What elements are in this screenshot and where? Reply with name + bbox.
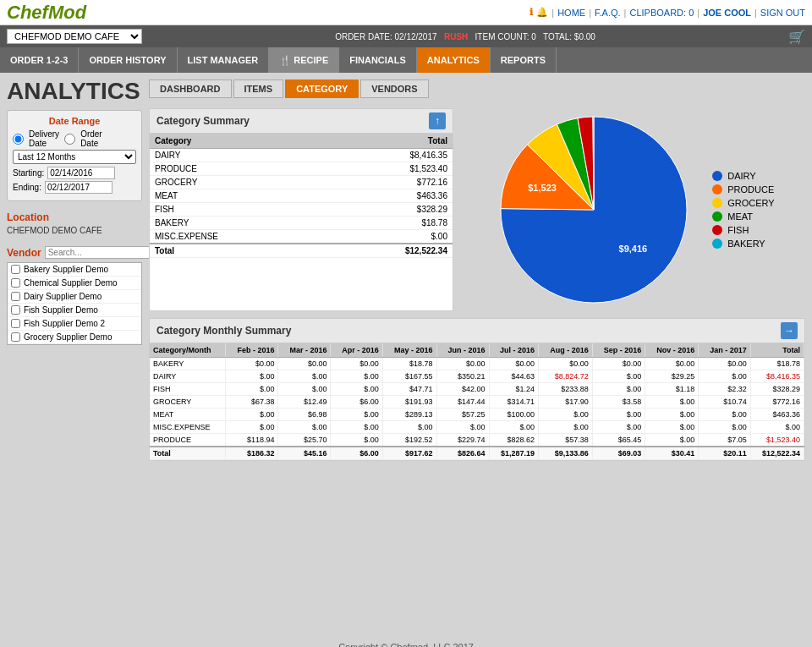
monthly-category-cell: BAKERY bbox=[150, 358, 226, 370]
monthly-value-cell: $828.62 bbox=[489, 434, 538, 447]
monthly-col-mar---2016: Mar - 2016 bbox=[278, 343, 331, 358]
monthly-value-cell: $8,416.35 bbox=[750, 370, 804, 383]
nav-recipe[interactable]: 🍴RECIPE bbox=[269, 47, 339, 73]
monthly-total-value: $186.32 bbox=[226, 447, 278, 460]
logo-chef: Chef bbox=[7, 2, 48, 23]
monthly-value-cell: $8,824.72 bbox=[538, 370, 592, 383]
monthly-value-cell: $229.74 bbox=[436, 434, 489, 447]
order-info: ORDER DATE: 02/12/2017 RUSH ITEM COUNT: … bbox=[149, 32, 782, 41]
monthly-title: Category Monthly Summary bbox=[156, 325, 291, 337]
total-value: $12,522.34 bbox=[326, 244, 453, 258]
pie-section: $9,416$1,523 DAIRYPRODUCEGROCERYMEATFISH… bbox=[462, 108, 805, 311]
monthly-value-cell: $0.00 bbox=[331, 358, 382, 370]
cafe-select[interactable]: CHEFMOD DEMO CAFE bbox=[7, 29, 142, 44]
monthly-total-value: $826.64 bbox=[436, 447, 489, 460]
monthly-value-cell: $.00 bbox=[592, 370, 645, 383]
monthly-total-value: $69.03 bbox=[592, 447, 645, 460]
monthly-value-cell: $3.58 bbox=[592, 396, 645, 408]
category-cell: DAIRY bbox=[150, 149, 326, 162]
tab-vendors[interactable]: VENDORS bbox=[360, 80, 428, 98]
monthly-table: Category/MonthFeb - 2016Mar - 2016Apr - … bbox=[150, 343, 804, 460]
vendor-label: Bakery Supplier Demo bbox=[24, 265, 108, 274]
total-cell: $.00 bbox=[326, 230, 453, 244]
main-content: ANALYTICS Date Range DeliveryDate OrderD… bbox=[0, 73, 812, 635]
monthly-value-cell: $350.21 bbox=[436, 370, 489, 383]
starting-label: Starting: bbox=[13, 168, 44, 178]
vendor-label: Fish Supplier Demo 2 bbox=[24, 319, 105, 328]
home-link[interactable]: HOME bbox=[557, 8, 585, 18]
monthly-col-feb---2016: Feb - 2016 bbox=[226, 343, 278, 358]
ending-label: Ending: bbox=[13, 183, 41, 192]
analytics-title: ANALYTICS bbox=[7, 80, 142, 103]
order-radio[interactable] bbox=[64, 134, 75, 145]
total-label: Total bbox=[150, 244, 326, 258]
location-item: CHEFMOD DEMO CAFE bbox=[7, 225, 142, 236]
order-date: ORDER DATE: 02/12/2017 bbox=[335, 32, 436, 41]
starting-input[interactable] bbox=[47, 167, 115, 179]
category-cell: FISH bbox=[150, 203, 326, 217]
monthly-row: MEAT$.00$6.98$.00$289.13$57.25$100.00$.0… bbox=[150, 408, 804, 421]
nav-analytics[interactable]: ANALYTICS bbox=[417, 47, 491, 73]
monthly-value-cell: $10.74 bbox=[699, 396, 750, 408]
monthly-value-cell: $6.98 bbox=[278, 408, 331, 421]
tab-dashboard[interactable]: DASHBOARD bbox=[149, 80, 232, 98]
monthly-value-cell: $.00 bbox=[331, 383, 382, 396]
faq-link[interactable]: F.A.Q. bbox=[595, 8, 621, 18]
table-row: GROCERY$772.16 bbox=[150, 176, 453, 189]
tab-category[interactable]: CATEGORY bbox=[285, 80, 359, 98]
monthly-value-cell: $7.05 bbox=[699, 434, 750, 447]
top-section: Category Summary ↑ Category Total DAIRY$… bbox=[149, 108, 805, 311]
monthly-category-cell: DAIRY bbox=[150, 370, 226, 383]
location-section: Location CHEFMOD DEMO CAFE bbox=[7, 208, 142, 236]
monthly-value-cell: $.00 bbox=[226, 408, 278, 421]
monthly-value-cell: $0.00 bbox=[278, 358, 331, 370]
nav-order123[interactable]: ORDER 1-2-3 bbox=[0, 47, 79, 73]
top-right-nav: ℹ 🔔 | HOME | F.A.Q. | CLIPBOARD: 0 | JOE… bbox=[529, 7, 805, 18]
monthly-value-cell: $0.00 bbox=[699, 358, 750, 370]
vendor-checkbox[interactable] bbox=[11, 332, 20, 342]
vendor-label: Dairy Supplier Demo bbox=[24, 292, 102, 301]
monthly-value-cell: $6.00 bbox=[331, 396, 382, 408]
summary-table: Category Total DAIRY$8,416.35PRODUCE$1,5… bbox=[150, 134, 453, 258]
nav-reports[interactable]: REPORTS bbox=[491, 47, 557, 73]
monthly-value-cell: $118.94 bbox=[226, 434, 278, 447]
monthly-value-cell: $191.93 bbox=[382, 396, 436, 408]
total-cell: $463.36 bbox=[326, 189, 453, 203]
vendor-header: Vendor bbox=[7, 246, 142, 259]
signout-link[interactable]: SIGN OUT bbox=[760, 8, 805, 18]
clipboard-link[interactable]: CLIPBOARD: 0 bbox=[629, 8, 694, 18]
vendor-checkbox[interactable] bbox=[11, 265, 20, 274]
monthly-value-cell: $18.78 bbox=[382, 358, 436, 370]
tab-items[interactable]: ITEMS bbox=[233, 80, 284, 98]
ending-input[interactable] bbox=[45, 181, 112, 194]
monthly-value-cell: $.00 bbox=[645, 434, 699, 447]
vendor-checkbox[interactable] bbox=[11, 305, 20, 315]
monthly-value-cell: $.00 bbox=[699, 370, 750, 383]
rush-label: RUSH bbox=[444, 32, 468, 41]
col-category: Category bbox=[150, 134, 326, 149]
vendor-checkbox[interactable] bbox=[11, 319, 20, 328]
summary-export-icon[interactable]: ↑ bbox=[429, 112, 446, 129]
monthly-value-cell: $.00 bbox=[278, 421, 331, 434]
info-icon: ℹ bbox=[529, 7, 533, 18]
nav-financials[interactable]: FINANCIALS bbox=[339, 47, 417, 73]
nav-list-manager[interactable]: LIST MANAGER bbox=[178, 47, 270, 73]
monthly-export-icon[interactable]: → bbox=[781, 322, 798, 339]
monthly-value-cell: $.00 bbox=[592, 408, 645, 421]
delivery-radio[interactable] bbox=[13, 134, 24, 145]
monthly-value-cell: $.00 bbox=[592, 421, 645, 434]
vendor-search-input[interactable] bbox=[45, 246, 159, 259]
table-row: MISC.EXPENSE$.00 bbox=[150, 230, 453, 244]
monthly-value-cell: $.00 bbox=[750, 421, 804, 434]
recipe-icon: 🍴 bbox=[279, 55, 291, 66]
vendor-checkbox[interactable] bbox=[11, 292, 20, 301]
vendor-checkbox[interactable] bbox=[11, 278, 20, 288]
date-range-select[interactable]: Last 12 Months bbox=[13, 150, 136, 164]
monthly-value-cell: $57.38 bbox=[538, 434, 592, 447]
monthly-value-cell: $42.00 bbox=[436, 383, 489, 396]
monthly-col-apr---2016: Apr - 2016 bbox=[331, 343, 382, 358]
monthly-col-aug---2016: Aug - 2016 bbox=[538, 343, 592, 358]
vendor-item: Chemical Supplier Demo bbox=[8, 277, 141, 290]
user-link[interactable]: JOE COOL bbox=[703, 8, 751, 18]
nav-order-history[interactable]: ORDER HISTORY bbox=[79, 47, 177, 73]
